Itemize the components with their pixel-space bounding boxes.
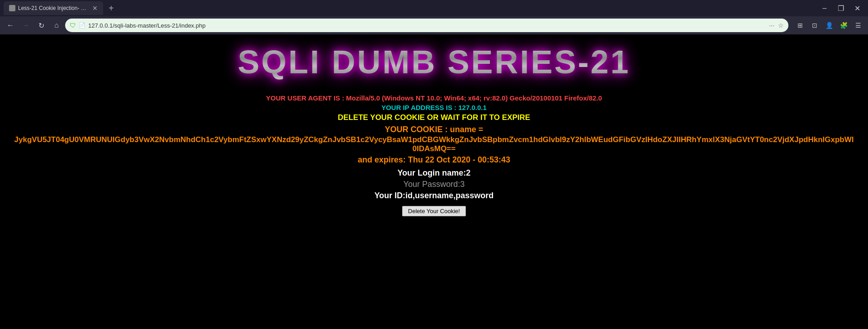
reload-button[interactable]: ↻ xyxy=(34,19,48,32)
window-controls: – ❐ ✕ xyxy=(817,1,864,15)
bookmark-icon[interactable]: ☆ xyxy=(778,22,784,29)
browser-chrome: Less-21 Cookie Injection- Error B ✕ + – … xyxy=(0,0,868,34)
delete-cookie-button[interactable]: Delete Your Cookie! xyxy=(402,206,466,216)
title-bar: Less-21 Cookie Injection- Error B ✕ + – … xyxy=(0,0,868,16)
login-name-value: 2 xyxy=(466,168,470,177)
cookie-value: JykgVU5JT04gU0VMRUNUIGdyb3VwX2NvbmNhdCh1… xyxy=(5,135,863,153)
password-value: 3 xyxy=(460,180,465,189)
ip-value: 127.0.0.1 xyxy=(458,104,487,111)
nav-bar: ← → ↻ ⌂ 🛡 📄 ··· ☆ ⊞ ⊡ 👤 🧩 ☰ xyxy=(0,16,868,34)
password-label: Your Password: xyxy=(403,180,460,189)
account-button[interactable]: 👤 xyxy=(823,19,835,32)
extensions-button[interactable]: 🧩 xyxy=(837,19,850,32)
address-bar[interactable]: 🛡 📄 ··· ☆ xyxy=(65,19,788,32)
page-icon: 📄 xyxy=(79,22,85,29)
page-title: SQLI DUMB SERIES-21 xyxy=(233,43,635,81)
id-line: Your ID:id,username,password xyxy=(5,191,863,200)
delete-cookie-message: DELETE YOUR COOKIE OR WAIT FOR IT TO EXP… xyxy=(5,113,863,122)
password-line: Your Password:3 xyxy=(5,180,863,189)
user-agent-value: Mozilla/5.0 (Windows NT 10.0; Win64; x64… xyxy=(346,94,602,102)
info-section: YOUR USER AGENT IS : Mozilla/5.0 (Window… xyxy=(5,94,863,216)
close-button[interactable]: ✕ xyxy=(850,1,864,15)
your-cookie-label: YOUR COOKIE : uname = xyxy=(5,125,863,134)
ip-line: YOUR IP ADDRESS IS : 127.0.0.1 xyxy=(5,104,863,111)
id-value: id,username,password xyxy=(405,191,493,200)
back-button[interactable]: ← xyxy=(4,19,17,32)
login-name-label: Your Login name: xyxy=(398,168,466,177)
new-tab-button[interactable]: + xyxy=(105,3,118,14)
address-right-icons: ··· ☆ xyxy=(769,22,784,29)
tab-title: Less-21 Cookie Injection- Error B xyxy=(18,5,90,11)
more-icon[interactable]: ··· xyxy=(769,22,774,29)
toolbar-right: ⊞ ⊡ 👤 🧩 ☰ xyxy=(794,19,864,32)
tab-favicon xyxy=(9,5,15,11)
reader-view-button[interactable]: ⊞ xyxy=(794,19,806,32)
user-agent-label: YOUR USER AGENT IS : xyxy=(266,94,344,102)
id-label: Your ID: xyxy=(375,191,406,200)
forward-button[interactable]: → xyxy=(19,19,33,32)
tab-close-button[interactable]: ✕ xyxy=(92,5,98,12)
browser-tab[interactable]: Less-21 Cookie Injection- Error B ✕ xyxy=(4,1,103,15)
minimize-button[interactable]: – xyxy=(817,1,832,15)
menu-button[interactable]: ☰ xyxy=(852,19,864,32)
home-button[interactable]: ⌂ xyxy=(50,19,63,32)
sync-button[interactable]: ⊡ xyxy=(808,19,821,32)
page-content: SQLI DUMB SERIES-21 YOUR USER AGENT IS :… xyxy=(0,34,868,329)
login-name-line: Your Login name:2 xyxy=(5,168,863,178)
url-input[interactable] xyxy=(88,22,766,29)
expires-line: and expires: Thu 22 Oct 2020 - 00:53:43 xyxy=(5,155,863,165)
user-agent-line: YOUR USER AGENT IS : Mozilla/5.0 (Window… xyxy=(5,94,863,102)
security-icon: 🛡 xyxy=(70,22,76,29)
ip-label: YOUR IP ADDRESS IS : xyxy=(381,104,456,111)
maximize-button[interactable]: ❐ xyxy=(834,1,848,15)
